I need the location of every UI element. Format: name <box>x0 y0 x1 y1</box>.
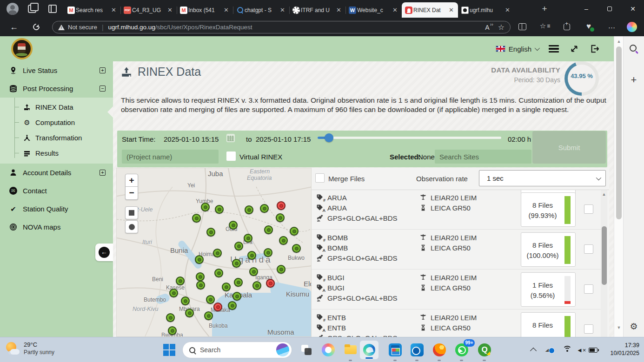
project-name-input[interactable] <box>122 150 219 164</box>
station-marker-green[interactable] <box>290 227 299 236</box>
sidebar-item-live-status[interactable]: Live Status + <box>0 61 113 79</box>
station-marker-green[interactable] <box>168 326 177 335</box>
tab-close-icon[interactable]: ✕ <box>223 7 230 13</box>
end-time-value[interactable]: 2025-01-10 17:15 <box>256 135 311 143</box>
station-marker-green[interactable] <box>196 281 205 290</box>
sidebar-item-account-details[interactable]: Account Details + <box>0 164 113 182</box>
tab-close-icon[interactable]: ✕ <box>335 7 342 13</box>
file-explorer-icon[interactable] <box>344 343 357 356</box>
workspaces-icon[interactable] <box>28 5 36 13</box>
start-time-value[interactable]: 2025-01-10 15:15 <box>164 135 219 143</box>
favorites-icon[interactable]: ☆ <box>539 22 550 32</box>
station-marker-green[interactable] <box>176 276 185 285</box>
split-screen-icon[interactable] <box>517 22 527 32</box>
tray-expand-icon[interactable] <box>530 348 537 354</box>
map-circle-select-button[interactable] <box>125 220 138 233</box>
page-scrollbar[interactable]: ▲ ▼ <box>614 36 623 337</box>
station-marker-green[interactable] <box>249 267 258 276</box>
merge-files-checkbox[interactable] <box>315 173 325 183</box>
submit-button[interactable]: Submit <box>532 131 606 164</box>
tab-close-icon[interactable]: ✕ <box>504 7 511 13</box>
map-zoom-in-button[interactable]: + <box>125 174 138 187</box>
station-marker-green[interactable] <box>213 249 222 257</box>
scrollbar-thumb[interactable] <box>602 226 607 285</box>
new-tab-button[interactable]: + <box>539 4 550 14</box>
station-select-checkbox[interactable] <box>584 284 593 294</box>
browser-tab[interactable]: PDFC4_R3_UG✕ <box>120 2 177 18</box>
slider-handle[interactable] <box>325 133 333 142</box>
qgis-icon[interactable]: Q <box>478 343 491 356</box>
station-marker-green[interactable] <box>277 265 285 274</box>
station-marker-green[interactable] <box>192 214 201 223</box>
station-marker-green[interactable] <box>169 289 178 297</box>
scrollbar-thumb[interactable] <box>616 46 622 219</box>
sidebar-search-icon[interactable] <box>629 44 639 54</box>
duration-slider[interactable] <box>318 137 501 139</box>
url-bar[interactable]: Not secure | ugrf.mlhud.go.ug /sbc/User/… <box>52 21 511 33</box>
station-marker-green[interactable] <box>206 295 215 304</box>
collapse-icon[interactable]: − <box>100 86 106 92</box>
profile-avatar[interactable] <box>7 3 19 15</box>
collections-icon[interactable] <box>562 22 572 32</box>
calendar-icon[interactable] <box>226 134 235 142</box>
station-marker-green[interactable] <box>229 221 238 230</box>
station-marker-green[interactable] <box>234 242 243 250</box>
station-select-checkbox[interactable] <box>584 324 593 334</box>
clock[interactable]: 17:39 10/01/2025 <box>602 342 639 357</box>
tab-close-icon[interactable]: ✕ <box>110 7 117 13</box>
station-marker-green[interactable] <box>292 244 301 253</box>
browser-tab[interactable]: WWebsite_c✕ <box>345 2 402 18</box>
station-marker-green[interactable] <box>276 213 285 222</box>
station-marker-green[interactable] <box>232 259 241 268</box>
menu-icon[interactable] <box>549 45 559 53</box>
station-marker-green[interactable] <box>264 225 273 234</box>
microsoft-store-icon[interactable] <box>389 343 402 356</box>
station-marker-green[interactable] <box>228 301 237 310</box>
edge-active-slot[interactable] <box>360 341 378 359</box>
scroll-up-icon[interactable]: ▲ <box>614 39 624 44</box>
weather-widget[interactable]: 29°C Partly sunny <box>6 341 54 355</box>
taskbar-search[interactable]: Search <box>182 342 292 358</box>
onedrive-icon[interactable]: ☁ <box>545 344 553 354</box>
station-marker-green[interactable] <box>260 204 269 213</box>
map-rectangle-select-button[interactable] <box>125 206 138 219</box>
browser-tab[interactable]: MInbox (541✕ <box>177 2 233 18</box>
favorite-star-icon[interactable]: ☆ <box>498 23 505 32</box>
sidebar-add-icon[interactable]: + <box>629 75 639 86</box>
station-select-checkbox[interactable] <box>584 244 593 254</box>
sidebar-item-nova-maps[interactable]: NOVA maps <box>0 218 113 236</box>
browser-tab[interactable]: chatgpt - S✕ <box>233 2 289 18</box>
tab-close-icon[interactable]: ✕ <box>448 7 455 13</box>
sidebar-item-computation[interactable]: ⚙ Computation <box>0 115 113 130</box>
browser-tab[interactable]: ITRF and U✕ <box>289 2 345 18</box>
sidebar-item-rinex-data[interactable]: RINEX Data <box>0 99 113 115</box>
search-sites-input[interactable] <box>435 150 531 164</box>
station-marker-green[interactable] <box>214 269 223 277</box>
tab-actions-icon[interactable] <box>48 5 57 13</box>
sidebar-settings-icon[interactable]: ⚙ <box>629 322 639 332</box>
volume-muted-icon[interactable]: ◄× <box>577 347 586 354</box>
station-marker-red[interactable] <box>266 279 275 288</box>
language-selector[interactable]: English <box>496 45 538 53</box>
station-marker-green[interactable] <box>244 234 252 243</box>
start-button[interactable] <box>163 343 176 356</box>
read-aloud-icon[interactable]: A <box>485 24 489 31</box>
fullscreen-icon[interactable] <box>569 44 579 54</box>
station-marker-green[interactable] <box>247 251 256 260</box>
tab-close-icon[interactable]: ✕ <box>392 7 398 13</box>
back-button[interactable]: ← <box>8 21 20 33</box>
station-marker-green[interactable] <box>185 309 194 317</box>
station-marker-green[interactable] <box>204 311 213 320</box>
outlook-icon[interactable] <box>411 343 424 356</box>
station-marker-green[interactable] <box>252 281 261 290</box>
station-marker-green[interactable] <box>234 278 243 287</box>
station-marker-green[interactable] <box>215 205 224 214</box>
station-marker-green[interactable] <box>196 272 205 281</box>
station-marker-green[interactable] <box>279 236 288 245</box>
sidebar-item-transformation[interactable]: Transformation <box>0 130 113 145</box>
station-marker-green[interactable] <box>264 248 272 257</box>
reload-button[interactable] <box>31 21 42 33</box>
map-zoom-out-button[interactable]: − <box>125 187 138 200</box>
sidebar-item-results[interactable]: Results <box>0 145 113 161</box>
sidebar-item-station-quality[interactable]: ✔ Station Quality <box>0 200 113 218</box>
